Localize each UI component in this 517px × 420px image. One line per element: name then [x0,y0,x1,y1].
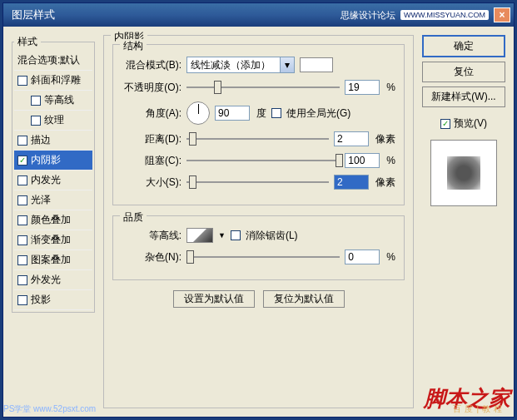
watermark-psxt: PS学堂 www.52psxt.com [3,403,96,415]
preview-label: 预览(V) [454,116,487,131]
global-light-checkbox[interactable] [271,108,281,118]
style-item-8[interactable]: 颜色叠加 [14,210,92,230]
noise-input[interactable]: 0 [345,250,380,264]
antialias-checkbox[interactable] [231,230,241,240]
layer-style-dialog: 图层样式 思缘设计论坛 WWW.MISSYUAN.COM × 样式 混合选项:默… [2,2,515,418]
style-checkbox[interactable] [17,136,27,146]
preview-checkbox[interactable]: ✓ [440,119,450,129]
style-checkbox[interactable] [17,175,27,185]
style-checkbox[interactable] [31,96,41,106]
distance-slider[interactable] [186,131,329,146]
opacity-label: 不透明度(O): [122,81,181,95]
contour-picker[interactable] [186,228,213,243]
blend-mode-label: 混合模式(B): [122,58,181,72]
style-item-2[interactable]: 等高线 [14,91,92,111]
titlebar-right: 思缘设计论坛 WWW.MISSYUAN.COM × [341,7,510,22]
style-item-12[interactable]: 投影 [14,290,92,310]
choke-input[interactable]: 100 [345,153,380,168]
size-slider[interactable] [186,175,329,190]
style-item-label: 投影 [31,293,51,307]
style-checkbox[interactable] [17,235,27,245]
opacity-input[interactable]: 19 [345,80,380,95]
choke-slider[interactable] [186,153,340,168]
style-item-label: 内阴影 [31,153,61,167]
size-label: 大小(S): [122,175,181,190]
quality-legend: 品质 [120,210,147,225]
style-item-label: 渐变叠加 [31,233,71,247]
style-item-label: 图案叠加 [31,253,71,267]
distance-label: 距离(D): [122,132,181,146]
noise-slider[interactable] [186,250,340,264]
reset-default-button[interactable]: 复位为默认值 [263,290,345,308]
style-checkbox[interactable] [17,275,27,285]
angle-input[interactable]: 90 [215,106,250,121]
style-item-label: 描边 [31,133,51,147]
noise-label: 杂色(N): [122,250,181,264]
style-item-0[interactable]: 混合选项:默认 [14,51,92,71]
style-item-label: 纹理 [44,113,64,127]
contour-label: 等高线: [122,229,181,243]
styles-panel: 样式 混合选项:默认斜面和浮雕等高线纹理描边✓内阴影内发光光泽颜色叠加渐变叠加图… [12,35,95,313]
opacity-slider[interactable] [186,80,340,95]
style-checkbox[interactable] [17,195,27,205]
set-default-button[interactable]: 设置为默认值 [173,290,255,308]
style-checkbox[interactable] [17,255,27,265]
style-item-label: 外发光 [31,273,61,287]
style-item-6[interactable]: 内发光 [14,170,92,190]
style-item-5[interactable]: ✓内阴影 [14,151,92,170]
style-item-3[interactable]: 纹理 [14,111,92,131]
titlebar[interactable]: 图层样式 思缘设计论坛 WWW.MISSYUAN.COM × [3,3,514,27]
style-item-4[interactable]: 描边 [14,131,92,151]
style-checkbox[interactable] [17,295,27,305]
preview-box [430,140,497,206]
chevron-down-icon: ▾ [280,57,294,72]
antialias-label: 消除锯齿(L) [246,229,298,243]
window-title: 图层样式 [7,7,341,22]
size-input[interactable]: 2 [334,175,369,190]
style-checkbox[interactable] [17,215,27,225]
style-item-7[interactable]: 光泽 [14,190,92,210]
style-checkbox[interactable]: ✓ [17,156,27,166]
style-checkbox[interactable] [31,116,41,126]
style-item-label: 颜色叠加 [31,213,71,227]
chevron-down-icon[interactable]: ▼ [218,231,226,240]
quality-fieldset: 品质 等高线: ▼ 消除锯齿(L) 杂色(N): 0 % [112,215,405,280]
structure-legend: 结构 [120,39,147,53]
angle-label: 角度(A): [122,106,181,121]
style-item-label: 光泽 [31,193,51,207]
watermark-baidu: 百度|教程 [453,403,505,415]
blend-mode-select[interactable]: 线性减淡（添加） ▾ [186,57,295,73]
style-item-10[interactable]: 图案叠加 [14,250,92,270]
cancel-button[interactable]: 复位 [422,62,505,82]
style-item-1[interactable]: 斜面和浮雕 [14,71,92,91]
distance-input[interactable]: 2 [334,131,369,146]
style-item-9[interactable]: 渐变叠加 [14,230,92,250]
style-item-label: 混合选项:默认 [17,53,80,67]
promo-url: WWW.MISSYUAN.COM [400,10,489,20]
style-item-label: 等高线 [44,93,74,107]
choke-label: 阻塞(C): [122,154,181,168]
promo-text: 思缘设计论坛 [341,9,395,22]
settings-panel: 内阴影 结构 混合模式(B): 线性减淡（添加） ▾ 不透明度(O): 19 % [103,35,414,408]
new-style-button[interactable]: 新建样式(W)... [422,86,505,107]
style-item-label: 内发光 [31,173,61,187]
styles-legend: 样式 [14,35,41,49]
ok-button[interactable]: 确定 [422,35,505,57]
structure-fieldset: 结构 混合模式(B): 线性减淡（添加） ▾ 不透明度(O): 19 % [112,44,405,205]
angle-dial[interactable] [186,101,210,125]
style-item-11[interactable]: 外发光 [14,270,92,290]
color-swatch[interactable] [300,57,333,72]
close-button[interactable]: × [494,7,510,22]
style-checkbox[interactable] [17,76,27,86]
style-item-label: 斜面和浮雕 [31,73,81,87]
global-light-label: 使用全局光(G) [286,106,350,121]
